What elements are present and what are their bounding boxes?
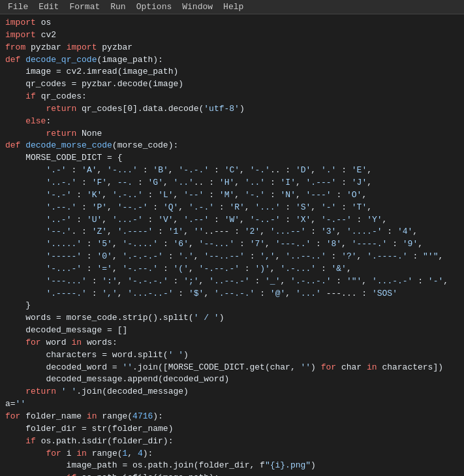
menu-edit[interactable]: Edit bbox=[33, 1, 64, 13]
menu-format[interactable]: Format bbox=[64, 1, 105, 13]
menu-file[interactable]: File bbox=[3, 1, 33, 13]
menu-options[interactable]: Options bbox=[131, 1, 178, 13]
menu-run[interactable]: Run bbox=[105, 1, 131, 13]
code-editor[interactable]: import os import cv2 from pyzbar import … bbox=[0, 14, 464, 476]
menubar: File Edit Format Run Options Window Help bbox=[0, 0, 464, 14]
menu-window[interactable]: Window bbox=[177, 1, 218, 13]
menu-help[interactable]: Help bbox=[218, 1, 249, 13]
